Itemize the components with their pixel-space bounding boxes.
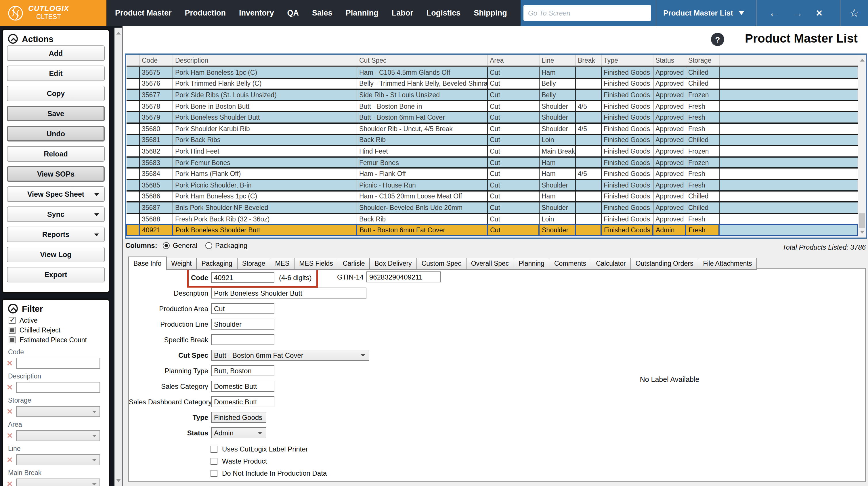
- favorite-star-icon[interactable]: ☆: [840, 6, 868, 20]
- tab[interactable]: Weight: [166, 258, 197, 270]
- cell-description[interactable]: Pork Trimmed Flank Belly (C): [173, 78, 356, 89]
- clear-x-icon[interactable]: ✕: [6, 479, 14, 486]
- cell-break[interactable]: [575, 179, 601, 191]
- tab[interactable]: MES: [270, 258, 294, 270]
- cell-break[interactable]: [575, 78, 601, 89]
- table-row[interactable]: 35677 Pork Side Ribs (St. Louis Unsized)…: [127, 89, 858, 100]
- cell-cut-spec[interactable]: Shoulder- Beveled Bnls Ude 20mm: [356, 202, 487, 213]
- cell-cut-spec[interactable]: Butt - Boston 6mm Fat Cover: [356, 224, 487, 236]
- cell-cut-spec[interactable]: Picnic - House Run: [356, 179, 487, 191]
- action-button[interactable]: View Log: [7, 247, 105, 262]
- cell-code[interactable]: 35683: [139, 157, 173, 168]
- table-row[interactable]: 35675 Pork Ham Boneless 1pc (C) Ham - C1…: [127, 66, 858, 78]
- row-selector-cell[interactable]: [127, 179, 139, 191]
- row-selector-cell[interactable]: [127, 157, 139, 168]
- cell-break[interactable]: 4/5: [575, 101, 601, 112]
- cell-description[interactable]: Pork Bone-in Boston Butt: [173, 101, 356, 112]
- column-header[interactable]: Line: [539, 55, 575, 66]
- cell-storage[interactable]: Fresh: [686, 213, 719, 224]
- cell-cut-spec[interactable]: Femur Bones: [356, 157, 487, 168]
- tab[interactable]: Calculator: [591, 258, 631, 270]
- cell-line[interactable]: Ham: [539, 191, 575, 202]
- column-header[interactable]: Area: [487, 55, 539, 66]
- cell-type[interactable]: Finished Goods: [601, 134, 653, 146]
- tab[interactable]: Overall Spec: [466, 258, 514, 270]
- row-selector-cell[interactable]: [127, 78, 139, 89]
- field-input[interactable]: Cut: [211, 303, 274, 314]
- cell-storage[interactable]: Chilled: [686, 202, 719, 213]
- field-input[interactable]: Butt, Boston: [211, 365, 274, 376]
- tab[interactable]: Packaging: [196, 258, 237, 270]
- filter-checkbox[interactable]: Estimated Piece Count: [9, 335, 109, 344]
- cell-cut-spec[interactable]: Belly - Trimmed Flank Belly, Beveled Shi…: [356, 78, 487, 89]
- cell-code[interactable]: 40921: [139, 224, 173, 236]
- tab[interactable]: Carlisle: [338, 258, 370, 270]
- cell-status[interactable]: Approved: [653, 202, 686, 213]
- cell-storage[interactable]: Chilled: [686, 66, 719, 78]
- cell-type[interactable]: Finished Goods: [601, 191, 653, 202]
- cell-description[interactable]: Pork Side Ribs (St. Louis Unsized): [173, 89, 356, 100]
- column-header[interactable]: [719, 55, 858, 66]
- back-arrow-icon[interactable]: ←: [769, 7, 780, 19]
- clear-x-icon[interactable]: ✕: [6, 383, 14, 391]
- cell-break[interactable]: [575, 89, 601, 100]
- clear-x-icon[interactable]: ✕: [6, 359, 14, 367]
- column-header[interactable]: Storage: [686, 55, 719, 66]
- cell-break[interactable]: 4/5: [575, 123, 601, 134]
- cell-cut-spec[interactable]: Back Rib: [356, 134, 487, 146]
- cell-code[interactable]: 35688: [139, 213, 173, 224]
- cell-code[interactable]: 35686: [139, 191, 173, 202]
- cell-storage[interactable]: Fresh: [686, 224, 719, 236]
- clear-x-icon[interactable]: ✕: [6, 407, 14, 416]
- cell-line[interactable]: Shoulder: [539, 101, 575, 112]
- scroll-up-icon[interactable]: [860, 59, 865, 62]
- cell-storage[interactable]: Frozen: [686, 157, 719, 168]
- field-input[interactable]: [211, 334, 274, 345]
- cell-area[interactable]: Cut: [487, 78, 539, 89]
- cell-line[interactable]: Ham: [539, 66, 575, 78]
- cell-line[interactable]: Loin: [539, 213, 575, 224]
- tab[interactable]: Outstanding Orders: [630, 258, 699, 270]
- cell-status[interactable]: Approved: [653, 78, 686, 89]
- tab[interactable]: MES Fields: [294, 258, 338, 270]
- menu-item[interactable]: QA: [287, 9, 299, 17]
- row-selector-cell[interactable]: [127, 168, 139, 179]
- table-row[interactable]: 35688 Fresh Pork Back Rib (32 - 36oz) Ba…: [127, 213, 858, 224]
- cell-break[interactable]: [575, 66, 601, 78]
- table-row[interactable]: 35683 Pork Femur Bones Femur Bones Cut H…: [127, 157, 858, 168]
- cell-status[interactable]: Approved: [653, 101, 686, 112]
- cell-description[interactable]: Pork Back Ribs: [173, 134, 356, 146]
- cell-code[interactable]: 35682: [139, 146, 173, 157]
- row-selector-cell[interactable]: [127, 89, 139, 100]
- cell-code[interactable]: 35685: [139, 179, 173, 191]
- cell-break[interactable]: [575, 213, 601, 224]
- cell-break[interactable]: 4/5: [575, 168, 601, 179]
- cell-storage[interactable]: Fresh: [686, 112, 719, 123]
- cell-break[interactable]: [575, 134, 601, 146]
- cell-line[interactable]: Loin: [539, 134, 575, 146]
- cell-status[interactable]: Approved: [653, 112, 686, 123]
- filter-field-input[interactable]: [16, 454, 100, 465]
- cell-code[interactable]: 35684: [139, 168, 173, 179]
- go-to-screen-input[interactable]: [523, 5, 651, 21]
- cell-status[interactable]: Approved: [653, 134, 686, 146]
- cell-description[interactable]: Pork Shoulder Karubi Rib: [173, 123, 356, 134]
- cell-description[interactable]: Pork Ham Boneless 1pc (C): [173, 191, 356, 202]
- collapse-chevron-icon[interactable]: [8, 304, 18, 313]
- row-selector-cell[interactable]: [127, 101, 139, 112]
- cell-type[interactable]: Finished Goods: [601, 66, 653, 78]
- columns-radio-option[interactable]: Packaging: [205, 242, 247, 250]
- cell-storage[interactable]: Chilled: [686, 191, 719, 202]
- menu-item[interactable]: Product Master: [115, 9, 172, 17]
- cell-description[interactable]: Pork Picnic Shoulder, B-in: [173, 179, 356, 191]
- field-input[interactable]: Finished Goods: [211, 412, 266, 423]
- field-input[interactable]: Domestic Butt: [211, 381, 274, 392]
- cell-description[interactable]: Pork Ham Boneless 1pc (C): [173, 66, 356, 78]
- cell-code[interactable]: 35675: [139, 66, 173, 78]
- row-selector-cell[interactable]: [127, 123, 139, 134]
- cell-line[interactable]: Belly: [539, 89, 575, 100]
- cell-storage[interactable]: Chilled: [686, 134, 719, 146]
- field-input[interactable]: Domestic Butt: [211, 396, 274, 407]
- menu-item[interactable]: Logistics: [427, 9, 461, 17]
- table-row[interactable]: 35684 Pork Hams (Flank Off) Ham - Flank …: [127, 168, 858, 179]
